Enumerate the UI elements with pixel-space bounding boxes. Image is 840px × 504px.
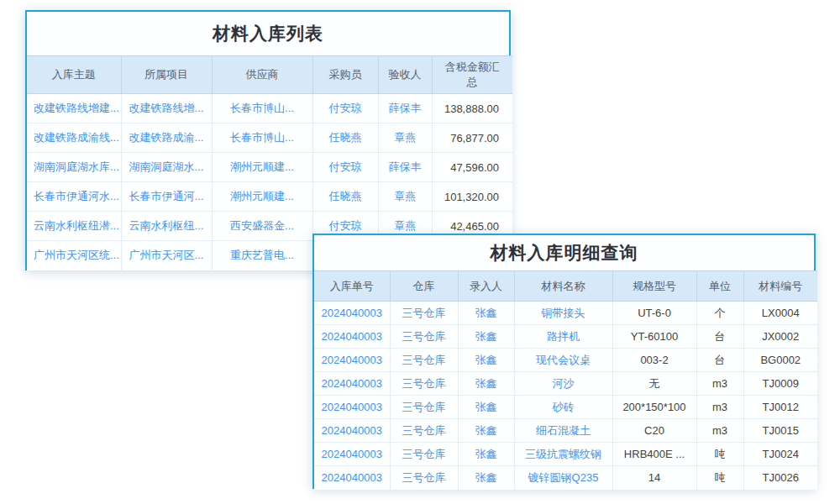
cell-link[interactable]: 2024040003: [314, 349, 390, 372]
cell-link[interactable]: 三号仓库: [390, 419, 458, 443]
cell-link[interactable]: 改建铁路成渝...: [121, 123, 212, 153]
cell-link[interactable]: 潮州元顺建...: [212, 182, 312, 212]
material-inbound-detail-table: 入库单号仓库录入人材料名称规格型号单位材料编号2024040003三号仓库张鑫铜…: [314, 270, 817, 490]
cell-link[interactable]: 云南水利枢纽...: [121, 212, 212, 241]
cell-link[interactable]: 砂砖: [514, 396, 612, 419]
cell: TJ0024: [743, 443, 817, 466]
cell-link[interactable]: 章燕: [378, 123, 432, 153]
cell-link[interactable]: 三号仓库: [390, 372, 458, 396]
cell-link[interactable]: 薛保丰: [378, 153, 432, 182]
cell-link[interactable]: 2024040003: [314, 325, 390, 349]
column-header: 供应商: [212, 56, 312, 94]
cell-link[interactable]: 张鑫: [458, 325, 514, 349]
cell: JX0002: [743, 325, 817, 349]
cell-link[interactable]: 张鑫: [458, 466, 514, 490]
cell-link[interactable]: 2024040003: [314, 466, 390, 490]
cell-link[interactable]: 长春市伊通河水...: [27, 182, 121, 212]
cell-link[interactable]: 2024040003: [314, 372, 390, 396]
column-header: 所属项目: [121, 56, 212, 94]
cell-link[interactable]: 三号仓库: [390, 325, 458, 349]
cell-link[interactable]: 薛保丰: [378, 94, 432, 123]
cell-link[interactable]: 现代会议桌: [514, 349, 612, 372]
cell-link[interactable]: 重庆艺普电...: [212, 241, 312, 270]
material-inbound-list-title: 材料入库列表: [27, 12, 509, 55]
cell: LX0004: [743, 302, 817, 325]
material-inbound-detail-panel: 材料入库明细查询 入库单号仓库录入人材料名称规格型号单位材料编号20240400…: [312, 234, 816, 489]
table-row: 2024040003三号仓库张鑫河沙无m3TJ0009: [314, 372, 817, 396]
cell-link[interactable]: 2024040003: [314, 419, 390, 443]
cell-link[interactable]: 铜带接头: [514, 302, 612, 325]
cell-link[interactable]: 广州市天河区...: [121, 241, 212, 270]
cell: 台: [696, 325, 743, 349]
cell-link[interactable]: 付安琼: [312, 94, 378, 123]
cell: 吨: [696, 466, 743, 490]
cell: 200*150*100: [612, 396, 696, 419]
column-header: 入库单号: [314, 271, 390, 302]
cell: 台: [696, 349, 743, 372]
cell-link[interactable]: 张鑫: [458, 419, 514, 443]
cell: m3: [696, 372, 743, 396]
cell-link[interactable]: 2024040003: [314, 302, 390, 325]
cell-link[interactable]: 河沙: [514, 372, 612, 396]
cell-link[interactable]: 任晓燕: [312, 123, 378, 153]
column-header: 入库主题: [27, 56, 121, 94]
cell-link[interactable]: 张鑫: [458, 302, 514, 325]
cell-link[interactable]: 改建铁路线增...: [121, 94, 212, 123]
cell-link[interactable]: 张鑫: [458, 349, 514, 372]
table-row: 2024040003三号仓库张鑫路拌机YT-60100台JX0002: [314, 325, 817, 349]
cell: C20: [612, 419, 696, 443]
cell-link[interactable]: 张鑫: [458, 443, 514, 466]
cell-link[interactable]: 付安琼: [312, 153, 378, 182]
cell-link[interactable]: 西安盛器金...: [212, 212, 312, 241]
cell-link[interactable]: 广州市天河区统...: [27, 241, 121, 270]
cell-link[interactable]: 三号仓库: [390, 443, 458, 466]
column-header: 验收人: [378, 56, 432, 94]
cell: BG0002: [743, 349, 817, 372]
cell-link[interactable]: 湖南洞庭湖水库...: [27, 153, 121, 182]
cell-link[interactable]: 2024040003: [314, 443, 390, 466]
column-header: 材料编号: [743, 271, 817, 302]
material-inbound-detail-title: 材料入库明细查询: [314, 235, 814, 270]
table-row: 改建铁路线增建...改建铁路线增...长春市博山...付安琼薛保丰138,888…: [27, 94, 512, 123]
cell-link[interactable]: 张鑫: [458, 396, 514, 419]
cell: 47,596.00: [432, 153, 512, 182]
cell-link[interactable]: 三号仓库: [390, 466, 458, 490]
cell: 14: [612, 466, 696, 490]
column-header: 单位: [696, 271, 743, 302]
column-header: 规格型号: [612, 271, 696, 302]
cell-link[interactable]: 张鑫: [458, 372, 514, 396]
cell: TJ0015: [743, 419, 817, 443]
cell-link[interactable]: 2024040003: [314, 396, 390, 419]
column-header: 录入人: [458, 271, 514, 302]
table-row: 2024040003三号仓库张鑫砂砖200*150*100m3TJ0012: [314, 396, 817, 419]
cell-link[interactable]: 长春市伊通河...: [121, 182, 212, 212]
cell-link[interactable]: 路拌机: [514, 325, 612, 349]
column-header: 含税金额汇总: [432, 56, 512, 94]
column-header: 采购员: [312, 56, 378, 94]
table-row: 2024040003三号仓库张鑫三级抗震螺纹钢HRB400E ...吨TJ002…: [314, 443, 817, 466]
cell: 76,877.00: [432, 123, 512, 153]
cell-link[interactable]: 三号仓库: [390, 396, 458, 419]
cell-link[interactable]: 三号仓库: [390, 349, 458, 372]
cell: TJ0009: [743, 372, 817, 396]
cell-link[interactable]: 镀锌圆钢Q235: [514, 466, 612, 490]
cell: TJ0026: [743, 466, 817, 490]
cell: 138,888.00: [432, 94, 512, 123]
cell-link[interactable]: 改建铁路成渝线...: [27, 123, 121, 153]
column-header: 材料名称: [514, 271, 612, 302]
cell-link[interactable]: 章燕: [378, 182, 432, 212]
cell-link[interactable]: 长春市博山...: [212, 94, 312, 123]
cell-link[interactable]: 长春市博山...: [212, 123, 312, 153]
cell: UT-6-0: [612, 302, 696, 325]
cell-link[interactable]: 任晓燕: [312, 182, 378, 212]
cell-link[interactable]: 三号仓库: [390, 302, 458, 325]
cell-link[interactable]: 潮州元顺建...: [212, 153, 312, 182]
cell-link[interactable]: 细石混凝土: [514, 419, 612, 443]
cell-link[interactable]: 改建铁路线增建...: [27, 94, 121, 123]
cell-link[interactable]: 湖南洞庭湖水...: [121, 153, 212, 182]
cell-link[interactable]: 云南水利枢纽潜...: [27, 212, 121, 241]
cell: 101,320.00: [432, 182, 512, 212]
cell: 无: [612, 372, 696, 396]
cell-link[interactable]: 三级抗震螺纹钢: [514, 443, 612, 466]
table-row: 2024040003三号仓库张鑫镀锌圆钢Q23514吨TJ0026: [314, 466, 817, 490]
